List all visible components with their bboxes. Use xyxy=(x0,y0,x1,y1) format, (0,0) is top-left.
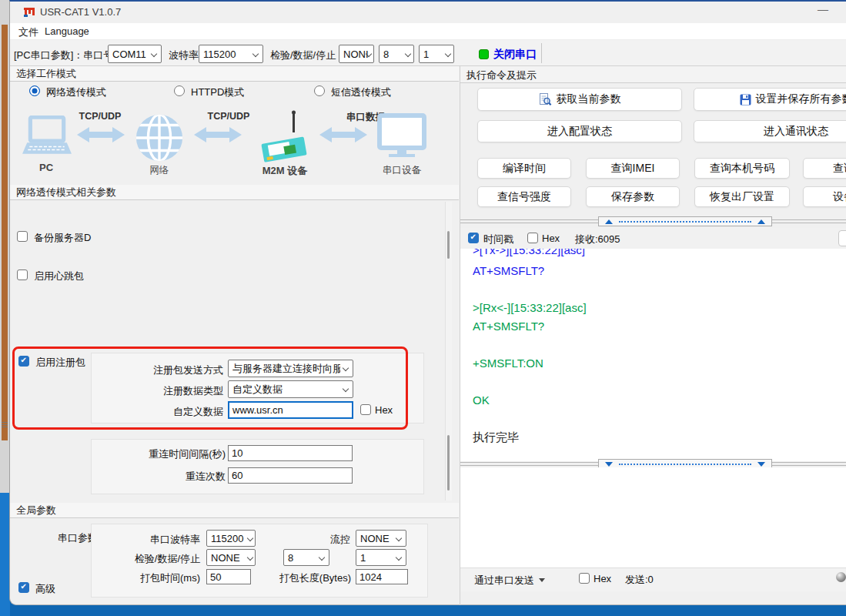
global-baud-value: 115200 xyxy=(211,533,243,544)
reconnect-times-value: 60 xyxy=(232,470,242,481)
diagram-node-m2m-label: M2M 设备 xyxy=(254,164,316,178)
register-customdata-input[interactable]: www.usr.cn xyxy=(228,401,353,419)
reconnect-interval-value: 10 xyxy=(232,447,242,459)
flow-label: 流控 xyxy=(316,533,350,547)
chevron-down-icon xyxy=(396,535,402,541)
send-hex-label: Hex xyxy=(594,573,611,584)
reconnect-interval-input[interactable]: 10 xyxy=(228,445,353,461)
compile-time-button[interactable]: 编译时间 xyxy=(477,158,571,179)
laptop-icon xyxy=(22,116,72,160)
command-panel-title: 执行命令及提示 xyxy=(466,69,537,82)
diagram-node-pc-label: PC xyxy=(31,162,62,173)
pack-time-input[interactable]: 50 xyxy=(206,569,251,584)
diagram-node-network-label: 网络 xyxy=(144,164,175,177)
register-enable-checkbox[interactable] xyxy=(18,356,29,367)
chevron-down-icon xyxy=(252,51,259,57)
global-stopbits-select[interactable]: 1 xyxy=(356,549,406,566)
query-number-button[interactable]: 查询本机号码 xyxy=(694,158,790,179)
query-extra-button[interactable]: 查询 xyxy=(803,158,846,179)
menu-item-file[interactable]: 文件 xyxy=(18,25,38,39)
set-save-all-button[interactable]: 设置并保存所有参数 xyxy=(694,88,846,111)
factory-reset-label: 恢复出厂设置 xyxy=(710,190,774,204)
close-port-button[interactable]: 关闭串口 xyxy=(493,48,537,62)
splitter-handle-top[interactable] xyxy=(598,216,772,226)
reconnect-times-input[interactable]: 60 xyxy=(228,467,353,484)
command-panel-header: 执行命令及提示 xyxy=(460,66,846,83)
get-params-label: 获取当前参数 xyxy=(557,92,621,106)
stopbits-select[interactable]: 1 xyxy=(419,45,454,63)
diagram-link-tcpudp1-label: TCP/UDP xyxy=(73,111,127,122)
timestamp-checkbox[interactable] xyxy=(468,233,479,243)
send-hex-checkbox[interactable] xyxy=(579,573,590,584)
sent-counter: 发送:0 xyxy=(625,573,654,587)
register-datatype-select[interactable]: 自定义数据 xyxy=(228,380,353,398)
device-extra-label: 设备 xyxy=(833,190,846,204)
signal-strength-button[interactable]: 查信号强度 xyxy=(477,186,571,207)
chevron-down-icon xyxy=(405,51,411,57)
radio-sms-label[interactable]: 短信透传模式 xyxy=(331,85,391,99)
device-extra-button[interactable]: 设备 xyxy=(803,186,846,207)
backup-server-label: 备份服务器D xyxy=(34,231,91,245)
baud-select[interactable]: 115200 xyxy=(199,45,263,63)
monitor-icon xyxy=(377,113,426,162)
radio-net-transparent-mode[interactable] xyxy=(29,85,40,96)
advanced-checkbox[interactable] xyxy=(18,582,29,593)
radio-httpd-mode[interactable] xyxy=(174,85,185,96)
background-window-grip xyxy=(2,422,8,428)
log-side-button[interactable] xyxy=(838,230,846,246)
left-scrollbar-thumb[interactable] xyxy=(447,231,450,259)
radio-net-transparent-label[interactable]: 网络透传模式 xyxy=(46,85,106,99)
log-line: +SMSFLT:ON xyxy=(473,357,543,370)
port-open-indicator xyxy=(479,49,489,59)
query-imei-button[interactable]: 查询IMEI xyxy=(586,158,680,179)
timestamp-label: 时间戳 xyxy=(483,233,513,246)
minimize-button[interactable]: — xyxy=(813,3,833,20)
sphere-icon[interactable] xyxy=(836,572,846,582)
enter-config-button[interactable]: 进入配置状态 xyxy=(477,120,682,142)
global-databits-select[interactable]: 8 xyxy=(283,549,329,566)
flow-select[interactable]: NONE xyxy=(356,530,406,547)
backup-server-checkbox[interactable] xyxy=(17,231,28,242)
signal-strength-label: 查信号强度 xyxy=(497,190,551,204)
log-output-area[interactable]: >[Tx->][15:33:22][asc] AT+SMSFLT? >[Rx<-… xyxy=(460,249,846,461)
splitter-dots xyxy=(619,464,751,465)
pack-len-input[interactable]: 1024 xyxy=(356,569,408,584)
global-baud-select[interactable]: 115200 xyxy=(206,530,256,547)
floppy-icon xyxy=(740,94,751,105)
register-datatype-label: 注册数据类型 xyxy=(123,384,223,398)
send-input-area[interactable] xyxy=(460,467,846,567)
send-via-serial-button[interactable]: 通过串口发送 xyxy=(474,574,534,588)
parity-select[interactable]: NONI xyxy=(339,45,374,63)
menu-item-language[interactable]: Language xyxy=(45,25,89,37)
pc-serial-label: [PC串口参数]：串口号 xyxy=(14,49,113,62)
heartbeat-checkbox[interactable] xyxy=(17,270,28,280)
enter-config-label: 进入配置状态 xyxy=(547,125,612,139)
global-databits-value: 8 xyxy=(288,552,293,564)
diagram-link-tcpudp2-label: TCP/UDP xyxy=(202,111,256,122)
register-customdata-value: www.usr.cn xyxy=(232,404,283,416)
heartbeat-label: 启用心跳包 xyxy=(34,270,84,283)
register-hex-checkbox[interactable] xyxy=(360,404,371,415)
com-port-select[interactable]: COM11 xyxy=(108,45,162,63)
radio-httpd-label[interactable]: HTTPD模式 xyxy=(191,85,244,99)
query-imei-label: 查询IMEI xyxy=(611,162,655,176)
splitter-dots xyxy=(619,221,751,223)
save-params-button[interactable]: 保存参数 xyxy=(586,186,680,207)
global-parity-select[interactable]: NONE xyxy=(206,549,256,566)
chevron-down-icon xyxy=(319,554,325,561)
double-arrow-icon xyxy=(77,126,125,147)
double-arrow-icon xyxy=(194,126,242,147)
app-logo-icon xyxy=(23,5,35,18)
databits-select[interactable]: 8 xyxy=(379,45,414,63)
save-params-label: 保存参数 xyxy=(611,190,654,204)
reconnect-times-label: 重连次数 xyxy=(115,470,226,484)
get-params-button[interactable]: 获取当前参数 xyxy=(477,88,682,111)
radio-sms-mode[interactable] xyxy=(314,85,325,96)
factory-reset-button[interactable]: 恢复出厂设置 xyxy=(694,186,790,207)
caret-down-icon[interactable] xyxy=(539,578,545,582)
enter-comm-button[interactable]: 进入通讯状态 xyxy=(694,120,846,142)
left-scrollbar-thumb[interactable] xyxy=(447,435,450,490)
register-enable-label: 启用注册包 xyxy=(35,356,85,370)
register-sendmode-select[interactable]: 与服务器建立连接时向服务 xyxy=(228,360,353,377)
log-hex-checkbox[interactable] xyxy=(527,233,538,243)
